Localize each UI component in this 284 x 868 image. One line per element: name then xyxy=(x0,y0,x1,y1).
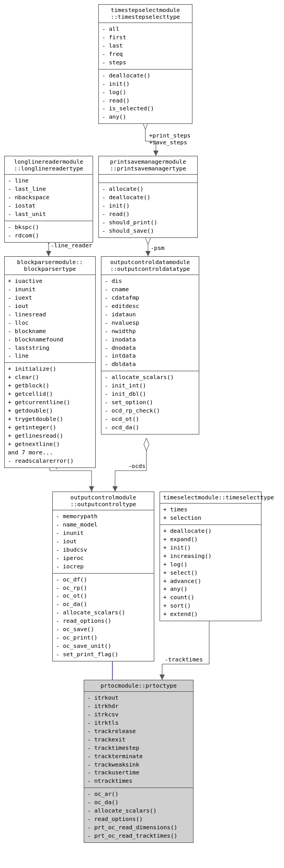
svg-marker-32 xyxy=(160,675,165,680)
longlinereader-methods: - bkspc() - rdcom() xyxy=(5,221,93,242)
longlinereader-box: longlinereadermodule::longlinereadertype… xyxy=(4,156,93,243)
printsavemanager-empty xyxy=(99,175,197,183)
svg-marker-4 xyxy=(153,151,158,156)
timeselect-title: timeselectmodule::timeselecttype xyxy=(160,492,261,504)
svg-text:-ocds: -ocds xyxy=(128,463,145,470)
svg-text:+save_steps: +save_steps xyxy=(149,139,187,146)
timestepselect-box: timestepselectmodule::timestepselecttype… xyxy=(98,4,192,124)
outputcontrol-attrs: - memorypath - name_model - inunit - iou… xyxy=(53,510,154,574)
prtoc-methods: - oc_ar() - oc_da() - allocate_scalars()… xyxy=(84,788,193,842)
svg-text:-line_reader: -line_reader xyxy=(51,242,93,249)
svg-marker-9 xyxy=(46,251,51,256)
printsavemanager-title: printsavemanagermodule::printsavemanager… xyxy=(99,156,197,175)
timeselect-box: timeselectmodule::timeselecttype + times… xyxy=(160,492,262,621)
outputcontrol-title: outputcontrolmodule::outputcontroltype xyxy=(53,492,154,510)
prtoc-box: prtocmodule::prtoctype - itrkout - itrkh… xyxy=(84,680,194,843)
outputcontrol-methods: - oc_df() - oc_rp() - oc_ot() - oc_da() … xyxy=(53,574,154,661)
blockparser-methods: + initialize() + clear() + getblock() + … xyxy=(5,363,95,467)
blockparser-box: blockparsermodule::blockparsertype + iua… xyxy=(4,256,96,468)
svg-marker-19 xyxy=(89,486,94,492)
svg-marker-13 xyxy=(145,251,151,256)
prtoc-title: prtocmodule::prtoctype xyxy=(84,680,193,692)
timeselect-attrs: + times + selection xyxy=(160,504,261,525)
outputcontroldata-title: outputcontroldatamodule::outputcontrolda… xyxy=(101,257,199,275)
timestepselect-title: timestepselectmodule::timestepselecttype xyxy=(99,5,192,23)
outputcontroldata-attrs: - dis - cname - cdatafmp - editdesc - id… xyxy=(101,275,199,371)
blockparser-attrs: + iuactive - inunit - iuext - iout - lin… xyxy=(5,275,95,363)
prtoc-attrs: - itrkout - itrkhdr - itrkcsv - itrktls … xyxy=(84,692,193,788)
timestepselect-attrs: - all - first - last - freq - steps xyxy=(99,23,192,70)
outputcontroldata-box: outputcontroldatamodule::outputcontrolda… xyxy=(101,256,199,435)
longlinereader-title: longlinereadermodule::longlinereadertype xyxy=(5,156,93,175)
svg-text:+print_steps: +print_steps xyxy=(149,132,190,139)
blockparser-title: blockparsermodule::blockparsertype xyxy=(5,257,95,275)
svg-marker-24 xyxy=(144,438,149,451)
outputcontroldata-methods: - allocate_scalars() - init_int() - init… xyxy=(101,371,199,434)
longlinereader-attrs: - line - last_line - nbackspace - iostat… xyxy=(5,175,93,221)
svg-marker-25 xyxy=(112,486,118,492)
timeselect-methods: + deallocate() + expand() + init() + inc… xyxy=(160,525,261,621)
svg-text:-tracktimes: -tracktimes xyxy=(165,656,203,663)
printsavemanager-box: printsavemanagermodule::printsavemanager… xyxy=(98,156,198,238)
printsavemanager-methods: - allocate() - deallocate() - init() - r… xyxy=(99,183,197,237)
outputcontrol-box: outputcontrolmodule::outputcontroltype -… xyxy=(52,492,154,661)
timestepselect-methods: - deallocate() - init() - log() - read()… xyxy=(99,70,192,124)
diagram-container: +print_steps +save_steps -line_reader -p… xyxy=(0,0,284,868)
svg-text:-psm: -psm xyxy=(151,245,165,252)
